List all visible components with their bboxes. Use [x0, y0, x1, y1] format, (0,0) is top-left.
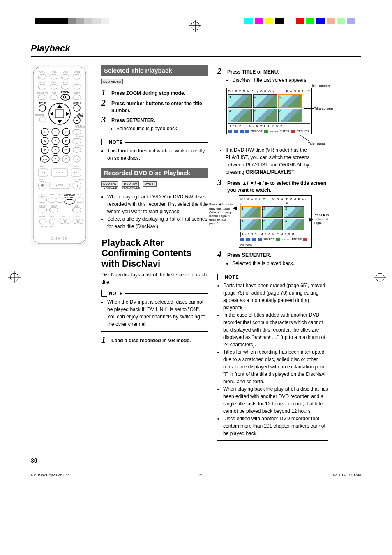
discnavi-thumbnail: 3: [284, 206, 304, 218]
step-3-setenter: 3 Press SET/ENTER. Selected title is pla…: [101, 115, 208, 135]
step-sub-bullet: If a DVD-RW disc (VR mode) has the PLAYL…: [226, 146, 328, 176]
footer-page-small: 30: [199, 473, 203, 477]
screen-title: D I S C N A V I ( O R G ): [228, 90, 274, 94]
svg-text:9: 9: [65, 148, 67, 152]
svg-text:MENU: MENU: [73, 102, 81, 104]
screen-status-line: 1 / 0 2 3 : 4 2 A M C H 2 S P: [240, 232, 310, 237]
svg-text:REC MODE: REC MODE: [75, 135, 84, 137]
svg-text:VOL: VOL: [62, 216, 66, 218]
step-sub-bullet: DiscNavi Title List screen appears.: [232, 76, 308, 84]
note-label: NOTE: [109, 291, 123, 296]
svg-point-24: [73, 84, 81, 89]
svg-text:6: 6: [65, 139, 67, 143]
svg-text:▼ CH: ▼ CH: [62, 81, 68, 84]
screen-page-indicator: P A G E 1 / 2: [286, 197, 310, 205]
badge-dvd-video: DVD VIDEO: [101, 79, 123, 84]
screen-title: D I S C N A V I ( O R G ): [240, 197, 286, 205]
svg-text:REV: REV: [40, 165, 45, 168]
step-2-title-menu: 2 Press TITLE or MENU. DiscNavi Title Li…: [217, 67, 328, 86]
discnavi-thumbnail: 3: [278, 94, 302, 108]
svg-text:AUDIO: AUDIO: [51, 81, 57, 84]
svg-point-105: [48, 198, 56, 203]
remote-illustration-column: POWER TIMER DISC OPEN ANGLE AUDIO ▼ CH ▲…: [31, 65, 92, 441]
svg-text:C: C: [65, 157, 67, 161]
discnavi-thumbnail: 5: [262, 219, 283, 230]
discnavi-thumbnail: 4: [240, 219, 261, 230]
svg-point-27: [38, 95, 46, 100]
step-number: 2: [101, 99, 109, 114]
svg-point-41: [39, 117, 45, 122]
svg-point-19: [38, 84, 46, 89]
callout-title-number: Title number: [310, 84, 330, 88]
svg-text:F.ADV: F.ADV: [50, 193, 55, 196]
callout-title-name: Title name: [308, 141, 325, 145]
svg-text:DISPLAY: DISPLAY: [39, 205, 46, 207]
svg-text:RETURN: RETURN: [35, 114, 44, 116]
svg-text:SUB: SUB: [58, 193, 62, 196]
svg-text:G: G: [76, 158, 78, 161]
svg-text:INPUT: INPUT: [50, 216, 55, 218]
svg-text:▶ PLAY: ▶ PLAY: [56, 171, 63, 174]
svg-text:DNR: DNR: [52, 92, 56, 94]
note-icon: [217, 274, 223, 280]
svg-point-110: [65, 199, 74, 204]
registration-crosshair-left: [8, 271, 21, 283]
svg-point-103: [38, 198, 47, 203]
svg-text:SCREEN: SCREEN: [51, 205, 58, 207]
note-item: Titles for which recording has been inte…: [223, 348, 328, 385]
note-label: NOTE: [109, 140, 123, 145]
step-number: 2: [217, 67, 225, 86]
svg-point-29: [50, 95, 58, 100]
note-heading: NOTE: [101, 290, 208, 297]
svg-point-22: [61, 84, 69, 89]
remote-brand: SHARP: [51, 236, 68, 240]
svg-text:▶▶: ▶▶: [74, 171, 78, 174]
svg-point-67: [73, 138, 81, 143]
svg-text:TIMER: TIMER: [51, 71, 57, 73]
svg-text:STILL/PAUSE: STILL/PAUSE: [73, 179, 83, 181]
svg-text:5: 5: [55, 139, 57, 143]
svg-point-124: [60, 219, 65, 224]
svg-point-112: [75, 198, 83, 203]
step-1-zoom: 1 Press ZOOM during stop mode.: [101, 88, 208, 97]
svg-text:FWD: FWD: [74, 165, 79, 168]
remote-control-illustration: POWER TIMER DISC OPEN ANGLE AUDIO ▼ CH ▲…: [31, 65, 88, 246]
svg-text:EDIT: EDIT: [75, 205, 79, 207]
svg-text:4: 4: [44, 139, 46, 143]
svg-text:TV CONTROL: TV CONTROL: [41, 225, 54, 228]
registration-crosshair-bottom: [189, 20, 201, 32]
svg-text:7: 7: [44, 148, 46, 152]
svg-point-15: [61, 74, 69, 79]
svg-text:FUNCTION: FUNCTION: [37, 92, 48, 94]
footer-timestamp: 03.1.14, 9:19 AM: [333, 473, 361, 477]
note-heading: NOTE: [101, 139, 208, 145]
discnavi-screen-1: D I S C N A V I ( O R G ) P A G E 1 / 2 …: [226, 88, 312, 135]
svg-text:PLAY LIST: PLAY LIST: [64, 196, 74, 199]
step-number: 1: [101, 88, 109, 97]
svg-text:1: 1: [44, 130, 46, 134]
svg-point-31: [61, 94, 70, 100]
discnavi-screen-2: D I S C N A V I ( O R G ) P A G E 1 / 2 …: [239, 195, 312, 248]
svg-point-116: [49, 207, 58, 212]
svg-point-13: [50, 74, 58, 79]
svg-text:CH: CH: [76, 216, 79, 218]
svg-text:8: 8: [55, 148, 57, 152]
note-item: This function does not work or work corr…: [107, 147, 208, 162]
svg-text:OPEN: OPEN: [74, 71, 80, 73]
svg-text:SEARCH: SEARCH: [39, 195, 46, 197]
step-2-numbers: 2 Press number buttons to enter the titl…: [101, 99, 208, 114]
step-number: 3: [217, 178, 225, 194]
svg-text:3: 3: [65, 130, 67, 134]
left-arrow-icon: ◀: [233, 205, 237, 211]
note-icon: [101, 290, 107, 297]
svg-text:DISC: DISC: [63, 71, 68, 73]
step-number: 4: [217, 250, 225, 269]
svg-text:REC: REC: [39, 178, 44, 181]
discnavi-thumbnail: 6: [284, 219, 304, 230]
svg-text:0: 0: [55, 157, 57, 161]
svg-point-45: [76, 120, 78, 121]
svg-point-35: [73, 95, 81, 100]
step-1-load-disc: 1 Load a disc recorded in VR mode.: [101, 336, 208, 344]
svg-point-118: [72, 207, 81, 212]
discnavi-thumbnail: 1: [228, 94, 252, 108]
